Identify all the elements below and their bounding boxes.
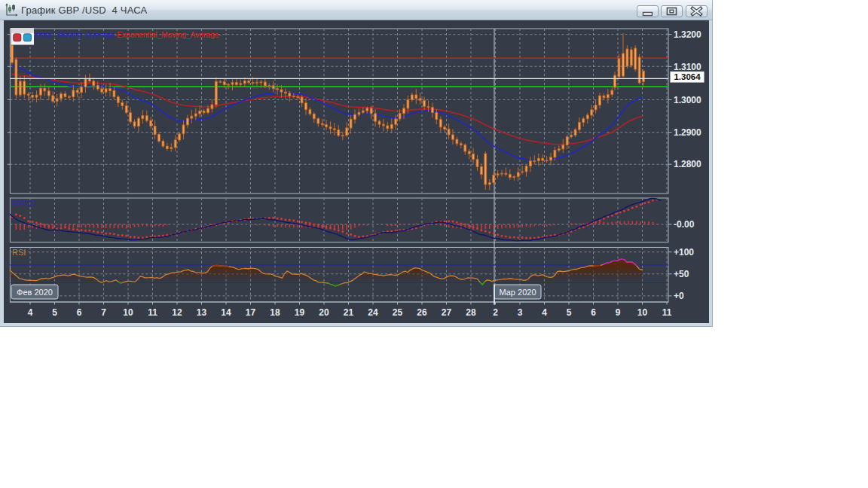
svg-text:5: 5 — [52, 307, 57, 318]
svg-text:MACD: MACD — [12, 198, 35, 207]
svg-text:7: 7 — [101, 307, 106, 318]
svg-text:1.2900: 1.2900 — [674, 127, 701, 138]
svg-text:Фев 2020: Фев 2020 — [17, 288, 53, 297]
svg-text:25: 25 — [393, 307, 403, 318]
svg-text:10: 10 — [123, 307, 133, 318]
svg-text:5: 5 — [567, 307, 572, 318]
svg-text:24: 24 — [368, 307, 378, 318]
svg-text:11: 11 — [662, 307, 672, 318]
svg-text:3: 3 — [518, 307, 523, 318]
svg-text:4: 4 — [28, 307, 33, 318]
svg-text:11: 11 — [148, 307, 157, 318]
svg-text:20: 20 — [319, 307, 329, 318]
svg-text:RSI: RSI — [12, 248, 26, 257]
svg-text:4: 4 — [542, 307, 547, 318]
svg-text:10: 10 — [637, 307, 648, 318]
svg-text:6: 6 — [77, 307, 82, 318]
svg-text:+50: +50 — [674, 269, 689, 279]
svg-text:14: 14 — [221, 307, 231, 318]
svg-text:17: 17 — [246, 307, 256, 318]
svg-text:12: 12 — [172, 307, 182, 318]
svg-text:+100: +100 — [674, 247, 694, 258]
svg-text:1.2800: 1.2800 — [674, 159, 701, 169]
svg-text:19: 19 — [295, 307, 305, 318]
svg-text:13: 13 — [197, 307, 207, 318]
svg-text:-0.00: -0.00 — [674, 219, 695, 230]
svg-text:Мар 2020: Мар 2020 — [499, 288, 536, 297]
svg-text:1.3000: 1.3000 — [674, 95, 701, 105]
svg-text:1.3200: 1.3200 — [674, 29, 701, 40]
svg-text:21: 21 — [344, 307, 354, 318]
svg-text:28: 28 — [466, 307, 476, 318]
svg-text:6: 6 — [591, 307, 596, 318]
svg-text:1.3100: 1.3100 — [674, 62, 701, 72]
svg-text:ential_Moving_Average-Exponent: ential_Moving_Average-Exponential_Moving… — [35, 31, 222, 39]
svg-text:1.3064: 1.3064 — [674, 72, 701, 81]
svg-text:2: 2 — [493, 307, 498, 318]
svg-text:18: 18 — [270, 307, 280, 318]
svg-text:9: 9 — [616, 307, 621, 318]
svg-text:+0: +0 — [674, 291, 684, 301]
svg-text:27: 27 — [442, 307, 452, 318]
svg-text:26: 26 — [417, 307, 427, 318]
